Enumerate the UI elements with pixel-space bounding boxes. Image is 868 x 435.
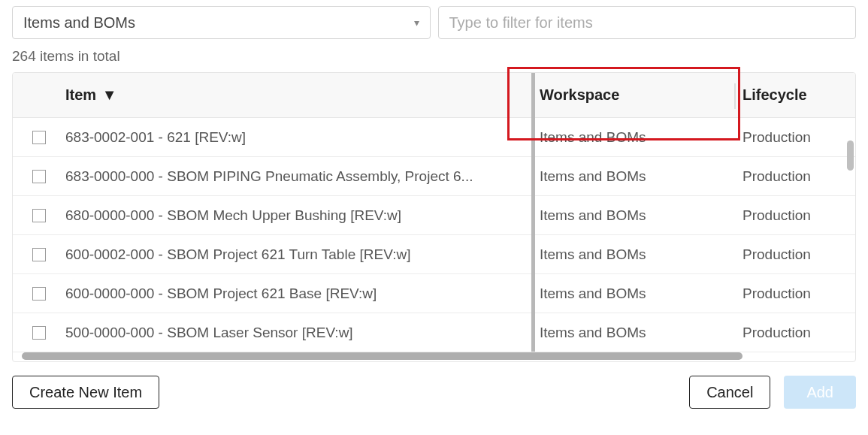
filter-input[interactable]	[438, 6, 857, 39]
cell-lifecycle: Production	[742, 207, 855, 224]
column-resize-handle[interactable]	[531, 73, 535, 352]
row-checkbox[interactable]	[32, 131, 46, 144]
add-button[interactable]: Add	[784, 376, 856, 409]
table-row[interactable]: 600-0002-000 - SBOM Project 621 Turn Tab…	[13, 235, 855, 274]
cell-workspace: Items and BOMs	[540, 325, 742, 341]
column-header-workspace[interactable]: Workspace	[540, 86, 742, 104]
cell-item: 600-0002-000 - SBOM Project 621 Turn Tab…	[65, 246, 540, 263]
row-checkbox[interactable]	[32, 248, 46, 261]
cell-item: 680-0000-000 - SBOM Mech Upper Bushing […	[65, 207, 540, 224]
cell-lifecycle: Production	[742, 246, 855, 263]
workspace-dropdown-label: Items and BOMs	[23, 14, 135, 32]
horizontal-scrollbar[interactable]	[22, 352, 742, 360]
cell-item: 500-0000-000 - SBOM Laser Sensor [REV:w]	[65, 325, 540, 341]
cell-lifecycle: Production	[742, 129, 855, 146]
row-checkbox[interactable]	[32, 170, 46, 183]
column-header-item[interactable]: Item ▼	[65, 86, 540, 104]
cell-workspace: Items and BOMs	[540, 129, 742, 146]
workspace-dropdown[interactable]: Items and BOMs ▾	[12, 6, 431, 39]
table-row[interactable]: 600-0000-000 - SBOM Project 621 Base [RE…	[13, 274, 855, 313]
column-header-lifecycle[interactable]: Lifecycle	[742, 86, 855, 104]
create-new-item-button[interactable]: Create New Item	[12, 376, 159, 409]
cell-item: 600-0000-000 - SBOM Project 621 Base [RE…	[65, 285, 540, 302]
cell-workspace: Items and BOMs	[540, 207, 742, 224]
items-count: 264 items in total	[12, 48, 856, 65]
cell-lifecycle: Production	[742, 168, 855, 185]
cell-lifecycle: Production	[742, 285, 855, 302]
table-header: Item ▼ Workspace Lifecycle	[13, 73, 855, 118]
cell-workspace: Items and BOMs	[540, 168, 742, 185]
vertical-scrollbar[interactable]	[847, 140, 854, 171]
cell-item: 683-0002-001 - 621 [REV:w]	[65, 129, 540, 146]
cell-workspace: Items and BOMs	[540, 246, 742, 263]
cell-lifecycle: Production	[742, 325, 855, 341]
row-checkbox[interactable]	[32, 326, 46, 340]
row-checkbox[interactable]	[32, 209, 46, 222]
cell-workspace: Items and BOMs	[540, 285, 742, 302]
sort-desc-icon: ▼	[102, 86, 117, 104]
items-table: Item ▼ Workspace Lifecycle 683-0002-001 …	[12, 72, 856, 362]
cell-item: 683-0000-000 - SBOM PIPING Pneumatic Ass…	[65, 168, 540, 185]
dialog-footer: Create New Item Cancel Add	[12, 376, 856, 409]
table-row[interactable]: 680-0000-000 - SBOM Mech Upper Bushing […	[13, 196, 855, 235]
cancel-button[interactable]: Cancel	[689, 376, 770, 409]
row-checkbox[interactable]	[32, 287, 46, 301]
table-row[interactable]: 500-0000-000 - SBOM Laser Sensor [REV:w]…	[13, 313, 855, 352]
column-divider	[734, 83, 736, 109]
chevron-down-icon: ▾	[414, 17, 419, 29]
table-row[interactable]: 683-0000-000 - SBOM PIPING Pneumatic Ass…	[13, 157, 855, 196]
table-row[interactable]: 683-0002-001 - 621 [REV:w]Items and BOMs…	[13, 118, 855, 157]
